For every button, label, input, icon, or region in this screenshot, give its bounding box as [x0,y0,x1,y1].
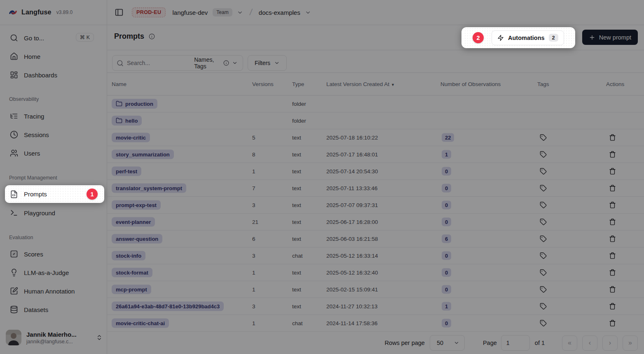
app-window: Langfuse v3.89.0 Go to... ⌘ K Home Dashb… [0,0,644,354]
automations-label: Automations [508,35,545,41]
sidebar-item-prompts[interactable]: Prompts 1 [5,185,104,203]
annotation-step-1-badge: 1 [87,189,98,200]
annotation-step-2-badge: 2 [473,32,484,43]
tutorial-dim-overlay [0,0,644,354]
automations-spotlight: 2 Automations 2 [461,27,575,48]
automations-count-badge: 2 [549,34,558,42]
prompts-label: Prompts [24,191,47,198]
zap-icon [497,35,504,41]
file-code-icon [10,190,18,198]
automations-button[interactable]: Automations 2 [492,30,564,45]
